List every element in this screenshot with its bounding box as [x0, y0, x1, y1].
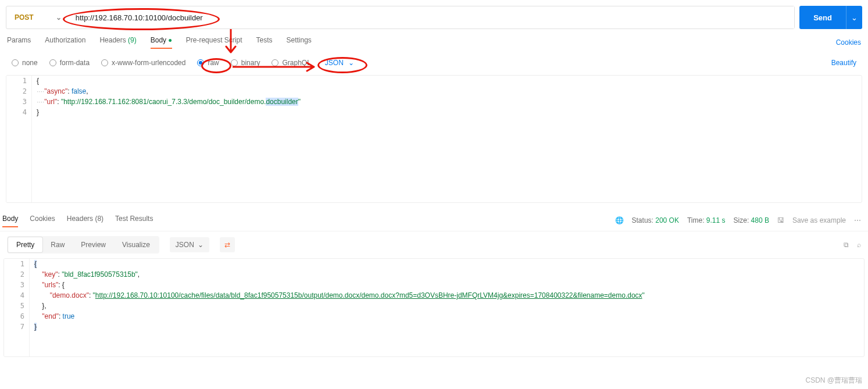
url-input[interactable]	[69, 6, 795, 28]
radio-none[interactable]: none	[12, 59, 38, 67]
search-icon[interactable]: ⌕	[857, 241, 861, 249]
tab-settings[interactable]: Settings	[287, 36, 312, 49]
save-as-example[interactable]: Save as example	[792, 216, 846, 224]
chevron-down-icon: ⌄	[198, 241, 203, 249]
modified-dot-icon: •	[168, 35, 172, 47]
method-url-container: POST ⌄	[6, 6, 795, 29]
tab-authorization[interactable]: Authorization	[45, 36, 85, 49]
tab-body[interactable]: Body •	[151, 36, 172, 49]
request-tabs: Params Authorization Headers (9) Body • …	[0, 29, 868, 49]
response-toolbar: Pretty Raw Preview Visualize JSON ⌄ ⇄ ⧉ …	[0, 231, 868, 258]
line-number: 1	[4, 259, 29, 269]
resp-tab-body[interactable]: Body	[2, 215, 18, 226]
chevron-down-icon: ⌄	[56, 13, 62, 22]
resp-tab-test-results[interactable]: Test Results	[115, 215, 153, 226]
line-number: 3	[6, 97, 31, 107]
pill-preview[interactable]: Preview	[73, 237, 114, 252]
cookies-link[interactable]: Cookies	[836, 38, 861, 47]
radio-binary[interactable]: binary	[231, 59, 260, 67]
tab-tests[interactable]: Tests	[256, 36, 272, 49]
resp-tab-cookies[interactable]: Cookies	[30, 215, 55, 226]
copy-icon[interactable]: ⧉	[844, 241, 849, 249]
body-type-row: none form-data x-www-form-urlencoded raw…	[0, 49, 868, 75]
line-number: 5	[4, 301, 29, 311]
method-label: POST	[15, 13, 34, 22]
response-body-editor[interactable]: 1 2 3 4 5 6 7 { "key": "bld_8fac1f950575…	[3, 258, 865, 357]
view-mode-group: Pretty Raw Preview Visualize	[7, 236, 159, 254]
line-number: 6	[4, 311, 29, 322]
line-number: 4	[6, 107, 31, 117]
resp-tab-headers[interactable]: Headers (8)	[67, 215, 103, 226]
send-dropdown[interactable]: ⌄	[846, 6, 862, 29]
line-number: 3	[4, 280, 29, 290]
raw-type-select[interactable]: JSON ⌄	[323, 58, 356, 68]
more-icon[interactable]: ⋯	[854, 216, 861, 224]
radio-graphql[interactable]: GraphQL	[272, 59, 310, 67]
save-icon[interactable]: 🖫	[777, 216, 784, 224]
method-select[interactable]: POST ⌄	[6, 6, 69, 28]
line-number: 1	[6, 76, 31, 86]
globe-icon[interactable]: 🌐	[615, 216, 624, 224]
chevron-down-icon: ⌄	[851, 13, 858, 22]
line-number: 2	[6, 86, 31, 97]
send-button[interactable]: Send	[799, 6, 846, 29]
line-number: 4	[4, 290, 29, 301]
radio-xwww[interactable]: x-www-form-urlencoded	[101, 59, 185, 67]
pill-visualize[interactable]: Visualize	[114, 237, 158, 252]
tab-prerequest[interactable]: Pre-request Script	[186, 36, 242, 49]
request-body-editor[interactable]: 1 2 3 4 { ····"async": false, ····"url":…	[6, 75, 862, 203]
line-number: 2	[4, 269, 29, 280]
radio-raw[interactable]: raw	[197, 59, 219, 67]
radio-form-data[interactable]: form-data	[49, 59, 90, 67]
wrap-lines-icon[interactable]: ⇄	[220, 237, 235, 252]
line-number: 7	[4, 322, 29, 332]
tab-params[interactable]: Params	[7, 36, 31, 49]
response-type-select[interactable]: JSON ⌄	[170, 237, 209, 252]
pill-raw[interactable]: Raw	[42, 237, 73, 252]
send-wrapper: Send ⌄	[799, 6, 862, 29]
beautify-link[interactable]: Beautify	[831, 59, 856, 67]
tab-headers[interactable]: Headers (9)	[99, 36, 136, 49]
pill-pretty[interactable]: Pretty	[8, 237, 42, 252]
response-tabs: Body Cookies Headers (8) Test Results 🌐 …	[0, 206, 868, 231]
chevron-down-icon: ⌄	[348, 59, 354, 67]
